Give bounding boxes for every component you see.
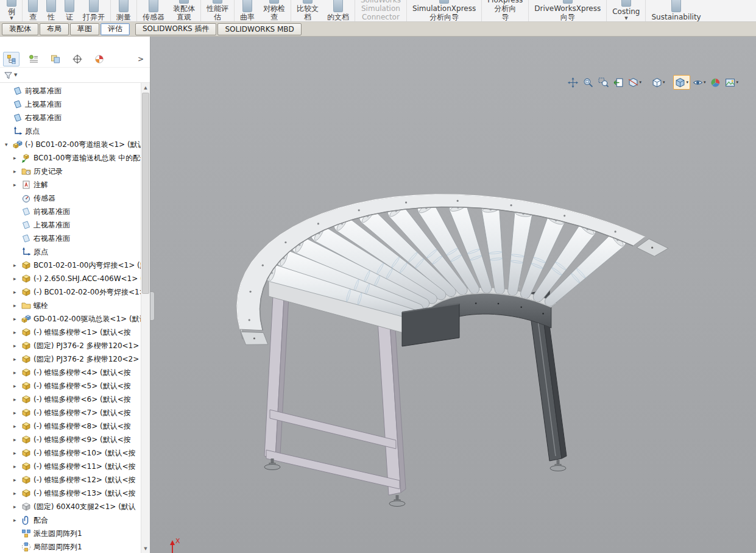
scrollbar-up-arrow-icon[interactable]: ▲	[141, 83, 150, 92]
ribbon-button[interactable]: 打异开	[79, 0, 109, 21]
expand-arrow-icon[interactable]: ▸	[13, 299, 21, 312]
expand-arrow-icon[interactable]: ▸	[13, 393, 21, 406]
apply-scene-button[interactable]: ▾	[723, 75, 740, 90]
expand-arrow-icon[interactable]: ▾	[5, 138, 13, 151]
panel-tab-property-manager[interactable]	[25, 52, 41, 66]
tab-SOLIDWORKS MBD[interactable]: SOLIDWORKS MBD	[217, 23, 301, 35]
ribbon-button[interactable]: 传感器	[138, 0, 169, 21]
dropdown-caret-icon[interactable]: ▾	[663, 80, 665, 85]
tree-item[interactable]: ▸(-) 锥辊多楔带<12> (默认<按	[0, 473, 150, 487]
tree-item[interactable]: ▸(-) 锥辊多楔带<7> (默认<按	[0, 406, 150, 419]
tab-SOLIDWORKS 插件[interactable]: SOLIDWORKS 插件	[135, 23, 216, 35]
expand-arrow-icon[interactable]: ▸	[13, 366, 21, 379]
section-view-button[interactable]: ▾	[626, 75, 643, 90]
tree-item[interactable]: ▸(-) 锥辊多楔带<8> (默认<按	[0, 419, 150, 433]
expand-arrow-icon[interactable]: ▸	[13, 419, 21, 433]
tree-item[interactable]: ▸注解	[0, 178, 150, 191]
tree-scrollbar[interactable]: ▲ ▼	[141, 83, 150, 553]
ribbon-button[interactable]: 性	[42, 0, 60, 21]
expand-arrow-icon[interactable]: ▸	[13, 473, 21, 487]
panel-collapse-handle[interactable]	[150, 291, 155, 321]
scrollbar-down-arrow-icon[interactable]: ▼	[141, 544, 150, 553]
ribbon-button[interactable]: FloXpress 分析向 导	[483, 0, 527, 21]
ribbon-button[interactable]: DriveWorksXpress 向导	[530, 0, 605, 21]
panel-tab-feature-tree[interactable]	[3, 52, 19, 66]
tree-item[interactable]: 上视基准面	[0, 218, 150, 232]
expand-arrow-icon[interactable]: ▸	[13, 513, 21, 527]
tree-item[interactable]: ▸(-) 锥辊多楔带<13> (默认<按	[0, 487, 150, 500]
dropdown-caret-icon[interactable]: ▼	[624, 16, 627, 21]
tree-item[interactable]: ▸(-) 锥辊多楔带<1> (默认<按	[0, 326, 150, 339]
tab-布局[interactable]: 布局	[40, 23, 69, 35]
tree-item[interactable]: ▸(固定) 60X40支腿2<1> (默认	[0, 500, 150, 513]
expand-arrow-icon[interactable]: ▸	[13, 259, 21, 272]
tree-item[interactable]: ▸(-) 2.650.SHJ.ACC-406W<1> (默认	[0, 272, 150, 285]
ribbon-button[interactable]: 的文档	[323, 0, 353, 21]
expand-arrow-icon[interactable]: ▸	[13, 339, 21, 352]
ribbon-button[interactable]: SolidWorks Simulation Connector	[356, 0, 405, 21]
ribbon-button[interactable]: SimulationXpress 分析向导	[408, 0, 480, 21]
ribbon-button[interactable]: 测量	[112, 0, 135, 21]
dropdown-caret-icon[interactable]: ▾	[704, 80, 706, 85]
tree-item[interactable]: 原点	[0, 245, 150, 259]
dropdown-caret-icon[interactable]: ▾	[736, 80, 738, 85]
filter-caret-icon[interactable]: ▼	[14, 73, 17, 77]
tree-item[interactable]: 上视基准面	[0, 98, 150, 111]
tree-item[interactable]: 右视基准面	[0, 232, 150, 245]
tree-item[interactable]: 传感器	[0, 191, 150, 205]
expand-arrow-icon[interactable]: ▸	[13, 433, 21, 446]
tree-item[interactable]: ▸配合	[0, 513, 150, 527]
scrollbar-thumb[interactable]	[142, 93, 149, 294]
tree-item[interactable]: 原点	[0, 124, 150, 138]
tree-item[interactable]: ▸(-) 锥辊多楔带<9> (默认<按	[0, 433, 150, 446]
pan-button[interactable]	[565, 75, 580, 90]
ribbon-button[interactable]: 查	[24, 0, 42, 21]
tab-草图[interactable]: 草图	[70, 23, 99, 35]
expand-arrow-icon[interactable]: ▸	[13, 460, 21, 473]
tree-item[interactable]: ▸(-) BC01-02-02-00外弯焊接<1> (默认	[0, 285, 150, 299]
tree-item[interactable]: 前视基准面	[0, 205, 150, 218]
tab-装配体[interactable]: 装配体	[2, 23, 38, 35]
tree-item[interactable]: ▸GD-01-02-00驱动总装<1> (默认	[0, 312, 150, 326]
panel-tab-dimxpert[interactable]	[69, 52, 85, 66]
tree-item[interactable]: ▾(-) BC01-02-00弯道组装<1> (默认	[0, 138, 150, 151]
ribbon-button[interactable]: 曲率	[236, 0, 259, 21]
expand-arrow-icon[interactable]: ▸	[13, 487, 21, 500]
hide-show-button[interactable]: ▾	[691, 75, 708, 90]
expand-arrow-icon[interactable]: ▸	[13, 500, 21, 513]
expand-arrow-icon[interactable]: ▸	[13, 151, 21, 165]
tree-item[interactable]: ▸(-) 锥辊多楔带<5> (默认<按	[0, 379, 150, 393]
tree-item[interactable]: ▸螺栓	[0, 299, 150, 312]
previous-view-button[interactable]	[611, 75, 626, 90]
expand-arrow-icon[interactable]: ▸	[13, 165, 21, 178]
expand-arrow-icon[interactable]: ▸	[13, 285, 21, 299]
zoom-fit-button[interactable]	[581, 75, 595, 90]
panel-tab-configurations[interactable]	[47, 52, 63, 66]
tree-item[interactable]: ▸BC01-02-01-00内弯焊接<1> (默认	[0, 259, 150, 272]
tree-item[interactable]: ▸(固定) PJ376-2 多楔带120<1>	[0, 339, 150, 352]
expand-arrow-icon[interactable]: ▸	[13, 446, 21, 460]
tree-item[interactable]: ▸BC01-00弯道输送机总装 中的配合	[0, 151, 150, 165]
tree-filter-input[interactable]	[18, 69, 150, 81]
expand-arrow-icon[interactable]: ▸	[13, 272, 21, 285]
tree-item[interactable]: 前视基准面	[0, 84, 150, 98]
expand-arrow-icon[interactable]: ▸	[13, 326, 21, 339]
expand-arrow-icon[interactable]: ▸	[13, 312, 21, 326]
panel-tab-overflow-chevron[interactable]: >	[138, 55, 147, 63]
expand-arrow-icon[interactable]: ▸	[13, 178, 21, 191]
tree-item[interactable]: 局部圆周阵列1	[0, 540, 150, 553]
ribbon-button[interactable]: 例▼	[2, 0, 21, 21]
tree-item[interactable]: ▸(-) 锥辊多楔带<11> (默认<按	[0, 460, 150, 473]
tab-评估[interactable]: 评估	[101, 23, 130, 35]
ribbon-button[interactable]: Costing▼	[608, 0, 644, 21]
edit-appearance-button[interactable]	[708, 75, 722, 90]
filter-funnel-icon[interactable]	[4, 71, 13, 80]
zoom-area-button[interactable]	[596, 75, 610, 90]
ribbon-button[interactable]: 性能评 估	[202, 0, 233, 21]
ribbon-button[interactable]: 对称检 查	[259, 0, 289, 21]
expand-arrow-icon[interactable]: ▸	[13, 406, 21, 419]
tree-item[interactable]: ▸(-) 锥辊多楔带<10> (默认<按	[0, 446, 150, 460]
display-style-button[interactable]: ▾	[673, 75, 690, 90]
view-orientation-button[interactable]: ▾	[650, 75, 667, 90]
ribbon-button[interactable]: 证	[60, 0, 79, 21]
